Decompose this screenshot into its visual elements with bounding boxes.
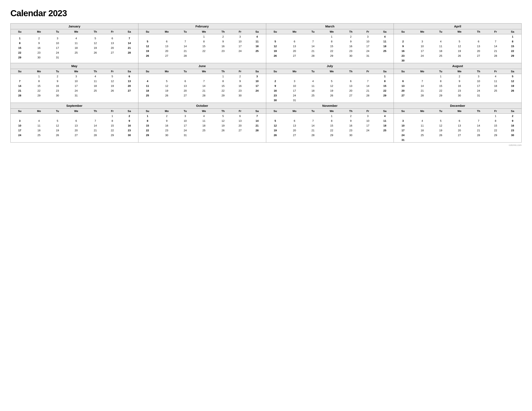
day-cell: 16 bbox=[266, 88, 285, 93]
day-cell bbox=[360, 74, 376, 79]
day-cell: 14 bbox=[194, 84, 214, 88]
day-cell: 25 bbox=[376, 49, 394, 53]
day-cell bbox=[305, 114, 322, 119]
day-cell: 7 bbox=[360, 79, 376, 84]
day-cell bbox=[177, 74, 194, 79]
day-cell: 1 bbox=[11, 36, 29, 41]
week-row: 123456 bbox=[11, 74, 138, 79]
day-header-th: Th bbox=[342, 69, 360, 74]
day-header-su: Su bbox=[394, 109, 412, 114]
day-cell: 5 bbox=[86, 36, 104, 41]
day-header-we: We bbox=[449, 69, 470, 74]
day-cell bbox=[394, 74, 412, 79]
day-cell: 28 bbox=[121, 50, 138, 55]
day-cell: 21 bbox=[11, 88, 29, 93]
day-cell: 16 bbox=[342, 44, 360, 49]
day-cell bbox=[86, 55, 104, 60]
day-cell bbox=[504, 93, 521, 98]
day-header-th: Th bbox=[342, 109, 360, 114]
day-cell: 24 bbox=[412, 53, 432, 58]
day-cell: 30 bbox=[449, 93, 470, 98]
day-cell: 23 bbox=[121, 128, 138, 133]
day-cell: 8 bbox=[104, 118, 121, 123]
day-cell bbox=[305, 74, 322, 79]
month-title-april: April bbox=[394, 23, 521, 29]
day-cell: 18 bbox=[138, 88, 157, 93]
day-cell: 8 bbox=[432, 79, 449, 84]
day-header-su: Su bbox=[394, 29, 412, 34]
day-cell: 15 bbox=[194, 44, 214, 49]
day-cell: 8 bbox=[11, 41, 29, 46]
day-cell: 12 bbox=[266, 44, 285, 49]
day-cell: 25 bbox=[66, 50, 86, 55]
week-row: 24252627282930 bbox=[11, 133, 138, 138]
day-header-sa: Sa bbox=[376, 109, 394, 114]
day-cell: 17 bbox=[49, 46, 66, 50]
week-row: 22232425262728 bbox=[11, 50, 138, 55]
day-cell: 23 bbox=[504, 128, 521, 133]
day-cell: 15 bbox=[138, 123, 157, 128]
day-cell: 20 bbox=[394, 88, 412, 93]
day-header-mo: Mo bbox=[412, 69, 432, 74]
day-cell bbox=[342, 74, 360, 79]
day-cell: 2 bbox=[266, 79, 285, 84]
day-cell: 25 bbox=[194, 128, 214, 133]
day-cell: 2 bbox=[29, 36, 49, 41]
day-cell bbox=[49, 34, 66, 36]
day-cell: 14 bbox=[11, 84, 29, 88]
day-cell bbox=[11, 114, 29, 119]
day-cell: 23 bbox=[232, 88, 248, 93]
day-cell: 19 bbox=[504, 84, 521, 88]
day-header-su: Su bbox=[138, 69, 157, 74]
day-cell: 8 bbox=[29, 79, 49, 84]
day-header-fr: Fr bbox=[232, 69, 248, 74]
day-cell bbox=[214, 133, 232, 138]
month-table-december: SuMoTuWeThFrSa12345678910111213141516171… bbox=[394, 109, 521, 142]
day-header-mo: Mo bbox=[412, 29, 432, 34]
day-cell: 31 bbox=[360, 53, 376, 58]
day-cell: 18 bbox=[66, 46, 86, 50]
week-row: 2627282930 bbox=[266, 133, 394, 138]
day-cell: 15 bbox=[11, 46, 29, 50]
day-cell: 2 bbox=[504, 114, 521, 119]
day-cell: 13 bbox=[470, 44, 487, 49]
month-title-february: February bbox=[138, 23, 266, 29]
day-cell: 17 bbox=[412, 49, 432, 53]
day-header-sa: Sa bbox=[121, 69, 138, 74]
day-cell: 5 bbox=[449, 39, 470, 44]
month-table-october: SuMoTuWeThFrSa12345678910111213141516171… bbox=[138, 109, 266, 138]
day-cell: 19 bbox=[138, 49, 157, 53]
week-row: 18192021222324 bbox=[138, 88, 266, 93]
day-header-th: Th bbox=[86, 29, 104, 34]
day-cell: 29 bbox=[321, 133, 342, 138]
week-row: 21222324252627 bbox=[11, 88, 138, 93]
month-title-january: January bbox=[11, 23, 138, 29]
day-cell bbox=[86, 114, 104, 119]
day-cell: 29 bbox=[138, 133, 157, 138]
day-cell: 15 bbox=[504, 44, 521, 49]
day-cell: 30 bbox=[266, 98, 285, 103]
day-cell: 19 bbox=[266, 128, 285, 133]
week-row: 262728293031 bbox=[266, 53, 394, 58]
day-cell: 27 bbox=[284, 133, 304, 138]
day-cell: 3 bbox=[248, 74, 266, 79]
day-cell bbox=[232, 53, 248, 58]
day-cell: 12 bbox=[104, 79, 121, 84]
week-row: 891011121314 bbox=[138, 118, 266, 123]
week-row: 78910111213 bbox=[11, 79, 138, 84]
day-cell: 25 bbox=[305, 93, 322, 98]
day-header-su: Su bbox=[11, 29, 29, 34]
day-cell bbox=[266, 34, 285, 39]
day-cell: 26 bbox=[432, 133, 449, 138]
week-row: 3456789 bbox=[394, 118, 521, 123]
month-table-february: SuMoTuWeThFrSa12345678910111213141516171… bbox=[138, 29, 266, 58]
day-header-mo: Mo bbox=[157, 109, 177, 114]
day-cell bbox=[305, 98, 322, 103]
day-cell: 12 bbox=[214, 118, 232, 123]
day-cell bbox=[412, 34, 432, 39]
month-title-march: March bbox=[266, 23, 394, 29]
day-cell: 22 bbox=[376, 88, 394, 93]
day-cell: 25 bbox=[29, 133, 49, 138]
day-header-tu: Tu bbox=[49, 109, 66, 114]
day-cell: 24 bbox=[394, 133, 412, 138]
